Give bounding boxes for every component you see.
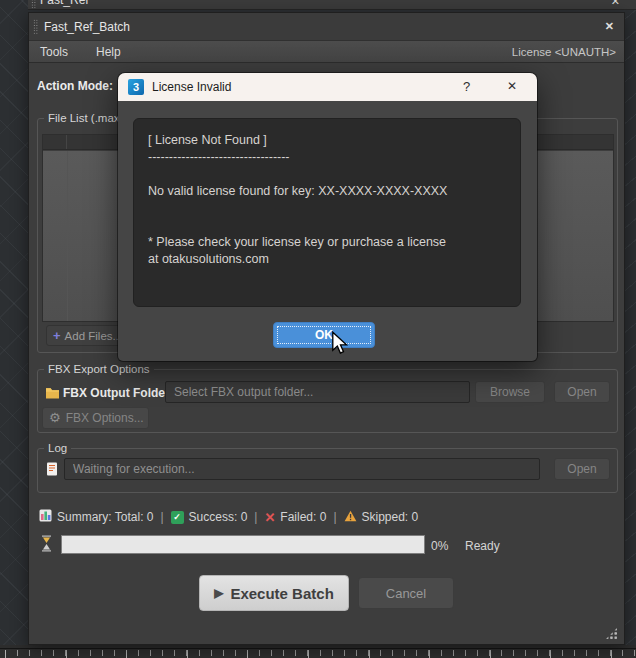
cross-icon: ✕ xyxy=(264,511,275,524)
separator: | xyxy=(254,510,257,524)
dialog-close-icon[interactable]: ✕ xyxy=(507,79,517,93)
log-group: Log Open xyxy=(37,448,618,493)
folder-icon xyxy=(45,385,60,403)
summary-success: ✓ Success: 0 xyxy=(171,510,248,524)
action-mode-label: Action Mode: xyxy=(37,79,113,93)
help-icon[interactable]: ? xyxy=(463,79,470,94)
chart-icon xyxy=(39,509,52,525)
resize-grip[interactable] xyxy=(605,627,618,640)
progress-status: Ready xyxy=(465,539,500,553)
log-open-label: Open xyxy=(567,462,596,476)
close-icon[interactable]: ✕ xyxy=(605,20,614,33)
screen: Fast_Ref ✕ Fast_Ref_Batch ✕ Tools Help L… xyxy=(0,0,636,658)
cancel-button[interactable]: Cancel xyxy=(358,577,454,609)
log-file-icon xyxy=(46,462,58,480)
fbx-options-label: FBX Options... xyxy=(66,411,144,425)
execute-batch-label: Execute Batch xyxy=(230,585,333,602)
browse-label: Browse xyxy=(490,385,530,399)
execute-batch-button[interactable]: ▶ Execute Batch xyxy=(199,575,349,611)
progress-bar xyxy=(61,535,425,554)
file-list-header-col1 xyxy=(43,135,67,149)
hourglass-icon xyxy=(41,535,52,556)
license-status: License <UNAUTH> xyxy=(512,46,616,58)
cancel-label: Cancel xyxy=(386,586,426,601)
fbx-export-options-group: FBX Export Options FBX Output Folder: Br… xyxy=(37,369,618,433)
summary-skipped: Skipped: 0 xyxy=(344,510,419,525)
play-icon: ▶ xyxy=(214,586,223,600)
fbx-options-button[interactable]: ⚙ FBX Options... xyxy=(42,407,149,429)
summary-failed: ✕ Failed: 0 xyxy=(264,510,326,524)
drag-grip-icon[interactable] xyxy=(31,0,36,10)
menu-item-tools[interactable]: Tools xyxy=(34,45,74,59)
check-icon: ✓ xyxy=(171,511,184,524)
summary-success-label: Success: 0 xyxy=(189,510,248,524)
log-group-label: Log xyxy=(44,442,71,455)
fbx-group-label: FBX Export Options xyxy=(44,363,154,376)
fbx-open-label: Open xyxy=(567,385,596,399)
summary-total: Summary: Total: 0 xyxy=(39,509,153,525)
file-list-column-divider xyxy=(67,151,68,321)
drag-grip-icon[interactable] xyxy=(33,19,38,35)
summary-failed-label: Failed: 0 xyxy=(280,510,326,524)
outer-window-titlebar[interactable]: Fast_Ref ✕ xyxy=(28,0,636,10)
fbx-output-folder-label: FBX Output Folder: xyxy=(63,386,174,400)
outer-window-title: Fast_Ref xyxy=(40,0,89,7)
viewport-background-right xyxy=(625,0,636,658)
ok-button[interactable]: OK xyxy=(273,322,375,348)
license-message-box: [ License Not Found ] ------------------… xyxy=(133,118,521,307)
menu-item-help[interactable]: Help xyxy=(90,45,127,59)
window-titlebar[interactable]: Fast_Ref_Batch ✕ xyxy=(29,13,624,41)
summary-skipped-label: Skipped: 0 xyxy=(362,510,419,524)
menubar: Tools Help License <UNAUTH> xyxy=(29,41,624,63)
warning-icon xyxy=(344,510,357,525)
mouse-cursor xyxy=(331,331,349,359)
window-title: Fast_Ref_Batch xyxy=(44,20,130,34)
browse-button[interactable]: Browse xyxy=(475,381,545,403)
separator: | xyxy=(160,510,163,524)
dialog-titlebar[interactable]: 3 License Invalid ? ✕ xyxy=(118,73,537,101)
timeline-ruler[interactable] xyxy=(0,648,636,658)
summary-row: Summary: Total: 0 | ✓ Success: 0 | ✕ Fai… xyxy=(39,509,418,525)
fbx-output-folder-input[interactable] xyxy=(165,381,470,403)
log-open-button[interactable]: Open xyxy=(554,458,610,480)
dialog-title: License Invalid xyxy=(152,80,231,94)
viewport-background-left xyxy=(0,0,28,658)
summary-total-label: Summary: Total: 0 xyxy=(57,510,153,524)
license-message-text: [ License Not Found ] ------------------… xyxy=(148,132,506,268)
fbx-open-button[interactable]: Open xyxy=(554,381,610,403)
gear-icon: ⚙ xyxy=(49,412,61,424)
progress-percent: 0% xyxy=(431,539,448,553)
license-invalid-dialog: 3 License Invalid ? ✕ [ License Not Foun… xyxy=(118,73,537,361)
log-status-input[interactable] xyxy=(64,458,540,480)
add-files-label: Add Files... xyxy=(65,330,123,342)
outer-close-icon[interactable]: ✕ xyxy=(611,0,620,8)
separator: | xyxy=(333,510,336,524)
3dsmax-logo-icon: 3 xyxy=(128,79,144,95)
timeline-major-ticks xyxy=(5,650,636,658)
plus-icon: + xyxy=(53,328,61,343)
